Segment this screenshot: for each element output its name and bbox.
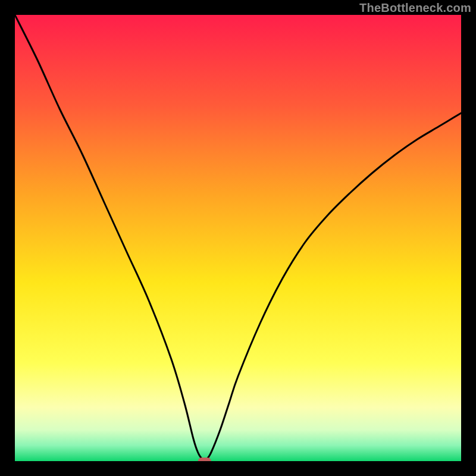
plot-area [15, 15, 461, 461]
minimum-marker [198, 458, 211, 461]
plot-svg [15, 15, 461, 461]
gradient-background [15, 15, 461, 461]
watermark-text: TheBottleneck.com [359, 1, 471, 15]
chart-container: { "watermark": "TheBottleneck.com", "cha… [0, 0, 476, 476]
